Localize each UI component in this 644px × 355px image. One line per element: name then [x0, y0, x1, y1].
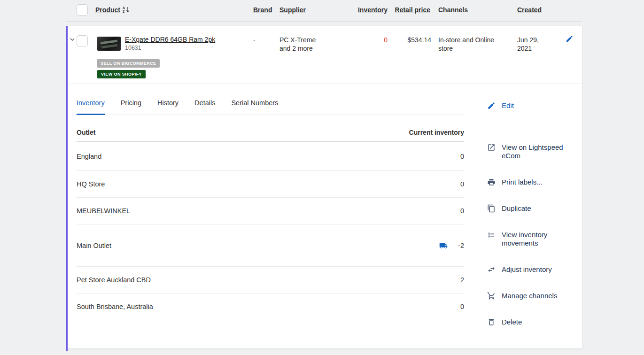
- duplicate-icon: [487, 204, 496, 213]
- outlet-name: Pet Store Auckland CBD: [77, 276, 151, 284]
- pencil-icon[interactable]: [566, 35, 574, 43]
- product-inventory-count: 0: [384, 36, 388, 44]
- outlet-row: England 0: [77, 142, 464, 171]
- column-header-retail-price[interactable]: Retail price: [395, 6, 430, 14]
- product-retail-price: $534.14: [407, 36, 431, 44]
- outlet-name: England: [77, 153, 101, 160]
- svg-text:A: A: [123, 6, 125, 9]
- expanded-product-card: E-Xgate DDR6 64GB Ram 2pk 10631 SELL ON …: [68, 26, 582, 348]
- view-on-shopify-badge[interactable]: VIEW ON SHOPIFY: [97, 70, 146, 78]
- action-label: Adjust inventory: [502, 265, 577, 274]
- outlet-row: MEUBELWINKEL 0: [77, 198, 464, 224]
- outlet-row: Pet Store Auckland CBD 2: [77, 267, 464, 293]
- product-supplier-link[interactable]: PC X-Treme: [279, 36, 316, 44]
- action-label: Edit: [502, 101, 577, 110]
- manage-channels-button[interactable]: Manage channels: [487, 292, 577, 300]
- edit-button[interactable]: Edit: [487, 101, 577, 110]
- pencil-icon: [487, 101, 496, 110]
- outlet-name: Main Outlet: [77, 242, 111, 249]
- action-label: Manage channels: [502, 292, 577, 300]
- cart-icon: [487, 292, 496, 300]
- list-icon: [487, 231, 496, 239]
- outlet-row: South Brisbane, Australia 0: [77, 293, 464, 320]
- column-header-supplier[interactable]: Supplier: [279, 6, 306, 14]
- outlet-inventory: 0: [460, 180, 464, 188]
- outlet-row: HQ Store 0: [77, 171, 464, 198]
- tab-inventory[interactable]: Inventory: [77, 99, 105, 115]
- trash-icon: [487, 318, 496, 326]
- product-supplier-more: and 2 more: [279, 44, 313, 53]
- delete-button[interactable]: Delete: [487, 318, 577, 326]
- product-thumbnail[interactable]: [97, 37, 121, 51]
- column-header-created[interactable]: Created: [517, 6, 542, 14]
- row-checkbox[interactable]: [77, 35, 88, 46]
- tab-details[interactable]: Details: [194, 99, 215, 115]
- product-name-link[interactable]: E-Xgate DDR6 64GB Ram 2pk: [125, 36, 215, 43]
- outlet-name: South Brisbane, Australia: [77, 303, 153, 310]
- column-header-product[interactable]: ProductAZ: [95, 6, 130, 14]
- product-channels: In-store and Online store: [438, 36, 504, 53]
- outlet-inventory: 2: [460, 276, 464, 284]
- chevron-down-icon[interactable]: [68, 35, 77, 44]
- svg-text:Z: Z: [123, 10, 124, 13]
- detail-tabs: Inventory Pricing History Details Serial…: [77, 99, 464, 115]
- outlet-inventory: 0: [460, 153, 464, 160]
- sell-on-bigcommerce-badge[interactable]: SELL ON BIGCOMMERCE: [97, 59, 160, 68]
- view-on-ecom-button[interactable]: View on Lightspeed eCom: [487, 143, 577, 160]
- outlet-inventory: -2: [458, 242, 464, 249]
- outlet-row: Main Outlet -2: [77, 224, 464, 267]
- tab-pricing[interactable]: Pricing: [121, 99, 141, 115]
- product-brand: -: [253, 36, 256, 44]
- external-link-icon: [487, 143, 496, 152]
- column-header-channels: Channels: [438, 6, 468, 14]
- view-inventory-movements-button[interactable]: View inventory movements: [487, 231, 577, 247]
- action-label: Duplicate: [502, 204, 577, 213]
- sort-alpha-down-icon[interactable]: AZ: [123, 6, 130, 13]
- product-list-header: ProductAZ Brand Supplier Inventory Retai…: [66, 0, 582, 22]
- column-header-product-label: Product: [95, 6, 120, 14]
- column-header-brand[interactable]: Brand: [253, 6, 272, 14]
- product-created-date: Jun 29, 2021: [517, 36, 547, 53]
- outlet-column-header: Outlet: [77, 129, 95, 136]
- adjust-inventory-button[interactable]: Adjust inventory: [487, 265, 577, 274]
- swap-arrows-icon: [487, 265, 496, 274]
- printer-icon: [487, 178, 496, 186]
- column-header-inventory[interactable]: Inventory: [358, 6, 388, 14]
- action-label: View inventory movements: [502, 231, 577, 247]
- action-label: Delete: [502, 318, 577, 326]
- outlet-table-header: Outlet Current inventory: [77, 123, 464, 142]
- divider: [68, 84, 582, 84]
- duplicate-button[interactable]: Duplicate: [487, 204, 577, 213]
- action-label: View on Lightspeed eCom: [502, 143, 577, 160]
- select-all-checkbox[interactable]: [77, 4, 88, 15]
- outlet-inventory: 0: [460, 303, 464, 310]
- truck-icon[interactable]: [439, 241, 448, 250]
- outlet-inventory: 0: [460, 207, 464, 215]
- tab-serial-numbers[interactable]: Serial Numbers: [231, 99, 278, 115]
- current-inventory-column-header: Current inventory: [409, 129, 464, 136]
- outlet-name: MEUBELWINKEL: [77, 207, 130, 215]
- tab-history[interactable]: History: [157, 99, 178, 115]
- product-sku: 10631: [125, 45, 141, 51]
- outlet-name: HQ Store: [77, 180, 105, 188]
- action-label: Print labels...: [502, 178, 577, 186]
- print-labels-button[interactable]: Print labels...: [487, 178, 577, 186]
